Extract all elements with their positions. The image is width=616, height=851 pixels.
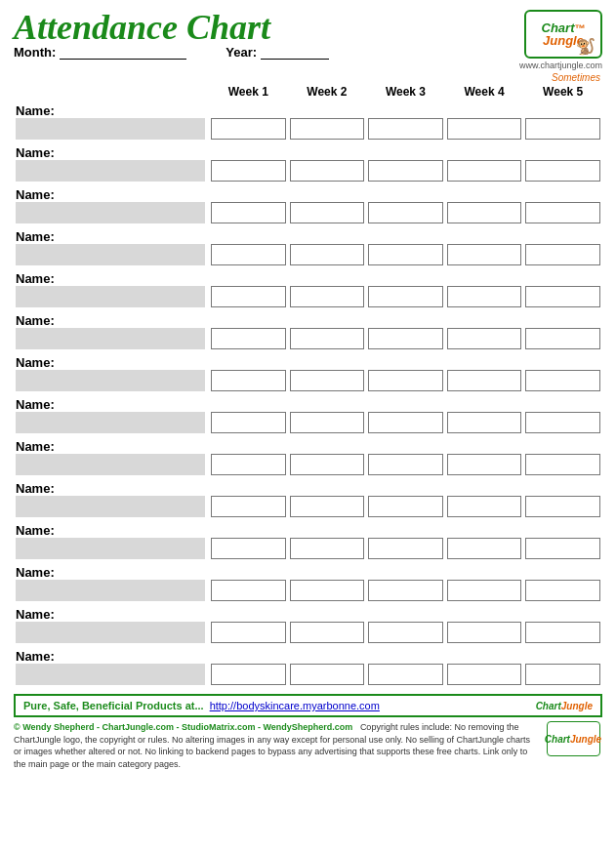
week-box-row6-week3[interactable] [445,370,524,394]
week-box-row7-week4[interactable] [523,412,602,436]
week-label-spacer-4-4 [523,268,602,286]
week-box-row5-week4[interactable] [523,328,602,352]
week-box-row10-week0[interactable] [209,538,288,562]
week-box-row6-week4[interactable] [523,370,602,394]
attendance-chart: Week 1 Week 2 Week 3 Week 4 Week 5 Name:… [14,83,602,688]
week-box-row5-week0[interactable] [209,328,288,352]
month-field[interactable] [60,46,186,60]
name-bg-1[interactable] [14,160,209,184]
week-box-row6-week0[interactable] [209,370,288,394]
week-box-row9-week1[interactable] [288,496,367,520]
week-box-row11-week2[interactable] [366,580,445,604]
month-year-row: Month: Year: [14,45,329,60]
week-box-row2-week3[interactable] [445,202,524,226]
week-box-row13-week0[interactable] [209,664,288,688]
week-box-row11-week3[interactable] [445,580,524,604]
week-box-row13-week2[interactable] [366,664,445,688]
week-box-row4-week1[interactable] [288,286,367,310]
week-box-row12-week2[interactable] [366,622,445,646]
week-box-row12-week3[interactable] [445,622,524,646]
name-bg-13[interactable] [14,664,209,688]
name-bg-3[interactable] [14,244,209,268]
logo-area: Chart™ Jungle 🐒 www.chartjungle.com [495,10,602,70]
week-box-row7-week2[interactable] [366,412,445,436]
week-box-row3-week2[interactable] [366,244,445,268]
week-box-row1-week3[interactable] [445,160,524,184]
week-box-row0-week0[interactable] [209,118,288,142]
week-box-row7-week3[interactable] [445,412,524,436]
week-label-spacer-1-3 [445,142,524,160]
week-box-row10-week4[interactable] [523,538,602,562]
week-label-spacer-7-2 [366,394,445,412]
week-box-row1-week1[interactable] [288,160,367,184]
week-box-row5-week3[interactable] [445,328,524,352]
box-row-0 [14,118,602,142]
week-box-row1-week0[interactable] [209,160,288,184]
week-box-row1-week2[interactable] [366,160,445,184]
week-box-row5-week2[interactable] [366,328,445,352]
week-box-row12-week4[interactable] [523,622,602,646]
week-box-row2-week2[interactable] [366,202,445,226]
name-bg-11[interactable] [14,580,209,604]
week-box-row8-week2[interactable] [366,454,445,478]
week-box-row6-week1[interactable] [288,370,367,394]
week-box-row2-week1[interactable] [288,202,367,226]
week-label-spacer-6-2 [366,352,445,370]
week-box-row8-week0[interactable] [209,454,288,478]
week-box-row0-week4[interactable] [523,118,602,142]
week-box-row7-week0[interactable] [209,412,288,436]
name-bg-6[interactable] [14,370,209,394]
name-bg-9[interactable] [14,496,209,520]
week-box-row2-week0[interactable] [209,202,288,226]
week-label-spacer-13-1 [288,646,367,664]
name-bg-4[interactable] [14,286,209,310]
week-box-row4-week0[interactable] [209,286,288,310]
week-box-row11-week1[interactable] [288,580,367,604]
banner-link[interactable]: http://bodyskincare.myarbonne.com [210,700,380,711]
week-box-row9-week3[interactable] [445,496,524,520]
name-bg-2[interactable] [14,202,209,226]
week-box-row12-week0[interactable] [209,622,288,646]
week-box-row6-week2[interactable] [366,370,445,394]
week-box-row4-week4[interactable] [523,286,602,310]
week-box-row9-week0[interactable] [209,496,288,520]
name-bg-8[interactable] [14,454,209,478]
week-box-row3-week3[interactable] [445,244,524,268]
name-bg-10[interactable] [14,538,209,562]
week-box-row8-week4[interactable] [523,454,602,478]
week-box-row10-week2[interactable] [366,538,445,562]
week-box-row0-week2[interactable] [366,118,445,142]
week-label-spacer-10-0 [209,520,288,538]
week-box-row8-week3[interactable] [445,454,524,478]
week-box-row10-week3[interactable] [445,538,524,562]
week-box-row4-week2[interactable] [366,286,445,310]
week-box-row0-week1[interactable] [288,118,367,142]
week-box-row10-week1[interactable] [288,538,367,562]
week-label-spacer-5-1 [288,310,367,328]
week-box-row2-week4[interactable] [523,202,602,226]
name-bg-7[interactable] [14,412,209,436]
week-box-row9-week2[interactable] [366,496,445,520]
week-box-row5-week1[interactable] [288,328,367,352]
week-box-row11-week0[interactable] [209,580,288,604]
week-box-row4-week3[interactable] [445,286,524,310]
week-box-row7-week1[interactable] [288,412,367,436]
week-box-row12-week1[interactable] [288,622,367,646]
week-box-row9-week4[interactable] [523,496,602,520]
week-box-row8-week1[interactable] [288,454,367,478]
year-field[interactable] [261,46,329,60]
week-box-row13-week4[interactable] [523,664,602,688]
name-bg-12[interactable] [14,622,209,646]
week-box-row3-week0[interactable] [209,244,288,268]
week-box-row3-week4[interactable] [523,244,602,268]
week-label-spacer-11-4 [523,562,602,580]
week-label-spacer-7-1 [288,394,367,412]
name-bg-5[interactable] [14,328,209,352]
week-box-row11-week4[interactable] [523,580,602,604]
name-bg-0[interactable] [14,118,209,142]
week-box-row3-week1[interactable] [288,244,367,268]
week-box-row0-week3[interactable] [445,118,524,142]
week-box-row13-week3[interactable] [445,664,524,688]
week-box-row13-week1[interactable] [288,664,367,688]
week-box-row1-week4[interactable] [523,160,602,184]
